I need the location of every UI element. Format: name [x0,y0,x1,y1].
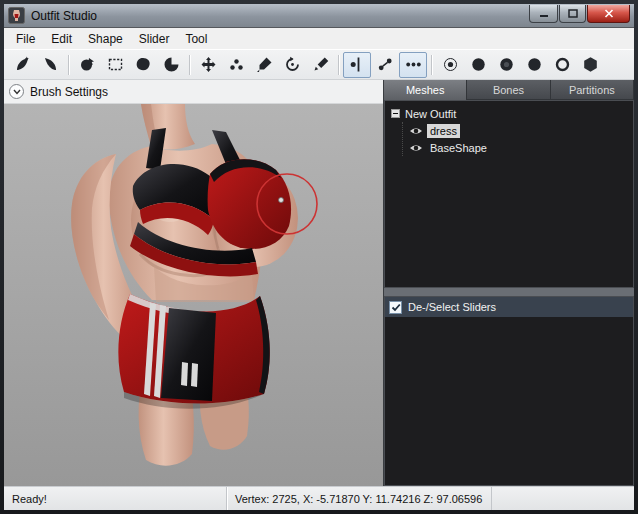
app-icon[interactable] [8,7,25,24]
outfit-studio-window: Outfit Studio File Edit Shape Slider Too… [0,0,638,514]
tree-item-label[interactable]: dress [427,124,460,138]
deflate-brush-icon[interactable] [129,52,157,78]
status-bar: Ready! Vertex: 2725, X: -5.71870 Y: 11.7… [4,486,634,510]
menu-tool[interactable]: Tool [177,29,215,49]
connected-only-toggle-icon[interactable] [371,52,399,78]
minimize-icon [539,9,549,18]
tree-root-label: New Outfit [405,108,456,120]
brush-shape-circle-2-icon[interactable] [492,52,520,78]
collapse-expander-icon[interactable] [391,109,400,118]
maximize-icon [568,9,578,18]
smooth-brush-icon[interactable] [36,52,64,78]
menu-bar: File Edit Shape Slider Tool [4,28,634,49]
titlebar[interactable]: Outfit Studio [4,4,634,28]
sliders-header-label: De-/Select Sliders [408,301,496,313]
weight-brush-icon[interactable] [222,52,250,78]
tree-item-baseshape[interactable]: BaseShape [409,139,630,156]
tree-item-label[interactable]: BaseShape [427,141,490,155]
select-brush-icon[interactable] [101,52,129,78]
sliders-list[interactable] [385,317,633,485]
menu-shape[interactable]: Shape [80,29,131,49]
tree-root-row[interactable]: New Outfit [388,105,630,122]
rotate-tool-icon[interactable] [278,52,306,78]
tab-bones[interactable]: Bones [467,80,550,100]
brush-shape-dot-icon[interactable] [436,52,464,78]
pinch-brush-icon[interactable] [157,52,185,78]
3d-viewport[interactable] [4,104,383,486]
sliders-panel: De-/Select Sliders [384,296,634,486]
toolbar [4,49,634,80]
status-vertex-info: Vertex: 2725, X: -5.71870 Y: 11.74216 Z:… [226,487,492,510]
close-button[interactable] [587,5,630,23]
panel-tabs: Meshes Bones Partitions [384,80,634,100]
right-panel: Meshes Bones Partitions New Outfit dress [383,80,634,486]
toolbar-separator [338,55,339,75]
tree-item-dress[interactable]: dress [409,122,630,139]
meshes-tree: New Outfit dress BaseShape [384,100,634,288]
checkmark-icon [391,303,401,312]
eye-visibility-icon[interactable] [409,126,423,136]
status-ready: Ready! [4,487,226,510]
menu-slider[interactable]: Slider [131,29,178,49]
paint-brush-icon[interactable] [250,52,278,78]
close-icon [604,9,614,18]
brush-settings-label: Brush Settings [30,85,108,99]
toolbar-separator [68,55,69,75]
brush-shape-circle-3-icon[interactable] [520,52,548,78]
window-controls [528,5,630,23]
main-area: Brush Settings [4,80,634,486]
brush-shape-circle-4-icon[interactable] [548,52,576,78]
mask-brush-icon[interactable] [73,52,101,78]
viewport-column: Brush Settings [4,80,383,486]
erase-brush-icon[interactable] [306,52,334,78]
deselect-sliders-row[interactable]: De-/Select Sliders [385,297,633,317]
maximize-button[interactable] [559,5,586,23]
brush-settings-header[interactable]: Brush Settings [4,80,383,104]
panel-splitter[interactable] [384,288,634,296]
tree-children: dress BaseShape [402,122,630,156]
status-extra [492,487,634,510]
xmirror-toggle-icon[interactable] [343,52,371,78]
tab-meshes[interactable]: Meshes [384,80,467,100]
move-brush-icon[interactable] [194,52,222,78]
inflate-brush-icon[interactable] [8,52,36,78]
menu-edit[interactable]: Edit [43,29,80,49]
toolbar-separator [189,55,190,75]
select-sliders-checkbox[interactable] [389,301,402,314]
window-title: Outfit Studio [31,9,97,23]
global-brush-toggle-icon[interactable] [399,52,427,78]
chevron-down-icon[interactable] [9,84,24,99]
brush-cursor-point [279,198,284,203]
menu-file[interactable]: File [8,29,43,49]
toolbar-separator [431,55,432,75]
brush-shape-hex-icon[interactable] [576,52,604,78]
minimize-button[interactable] [529,5,558,23]
brush-shape-circle-1-icon[interactable] [464,52,492,78]
eye-visibility-icon[interactable] [409,143,423,153]
tab-partitions[interactable]: Partitions [551,80,634,100]
outfit-model-render [4,104,383,486]
